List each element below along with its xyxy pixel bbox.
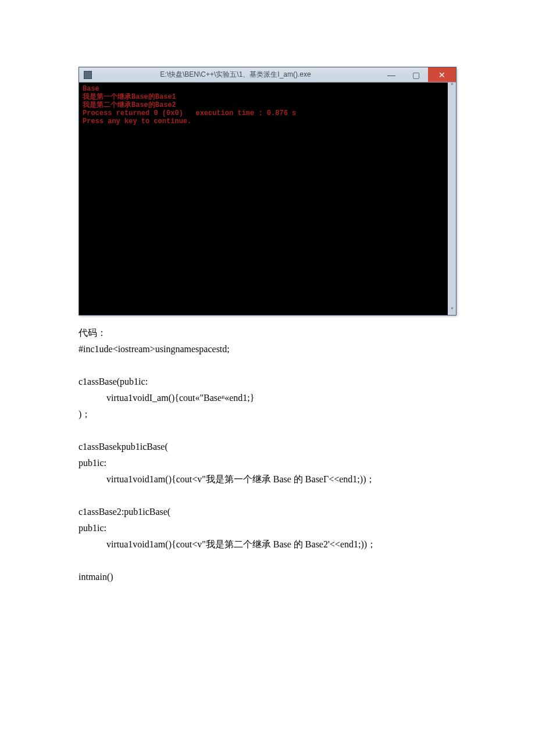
- window-icon: [84, 71, 92, 79]
- title-bar: E:\快盘\BEN\C++\实验五\1、基类派生I_am().exe — ▢ ✕: [79, 67, 456, 83]
- scrollbar[interactable]: ˄ ˅: [448, 83, 456, 315]
- code-line: pub1ic:: [79, 455, 456, 471]
- scroll-down-icon[interactable]: ˅: [448, 307, 456, 315]
- maximize-button[interactable]: ▢: [404, 67, 428, 82]
- code-line: virtua1void1am(){cout<v"我是第二个继承 Base 的 B…: [79, 536, 456, 553]
- minimize-button[interactable]: —: [379, 67, 404, 82]
- code-line: c1assBase2:pub1icBase(: [79, 504, 456, 520]
- window-controls: — ▢ ✕: [379, 67, 456, 82]
- console-line: 我是第二个继承Base的Base2: [83, 101, 452, 109]
- console-line: Press any key to continue.: [83, 117, 452, 126]
- code-line: intmain(): [79, 569, 456, 585]
- code-line: c1assBasekpub1icBase(: [79, 439, 456, 455]
- blank-line: [79, 422, 456, 439]
- scroll-up-icon[interactable]: ˄: [448, 83, 456, 91]
- code-label: 代码：: [79, 325, 456, 341]
- code-section: 代码： #inc1ude<iostream>usingnamespacestd;…: [79, 325, 456, 585]
- window-title: E:\快盘\BEN\C++\实验五\1、基类派生I_am().exe: [92, 70, 379, 80]
- console-window: E:\快盘\BEN\C++\实验五\1、基类派生I_am().exe — ▢ ✕…: [79, 67, 456, 316]
- close-button[interactable]: ✕: [428, 67, 456, 82]
- console-line: 我是第一个继承Base的Base1: [83, 93, 452, 101]
- document-page: E:\快盘\BEN\C++\实验五\1、基类派生I_am().exe — ▢ ✕…: [0, 0, 535, 643]
- blank-line: [79, 357, 456, 374]
- code-line: c1assBase(pub1ic:: [79, 374, 456, 390]
- console-line: Process returned 0 (0x0) execution time …: [83, 109, 452, 117]
- blank-line: [79, 488, 456, 504]
- code-line: virtua1voidI_am(){cout«"Baseⁿ«end1;}: [79, 390, 456, 406]
- code-line: #inc1ude<iostream>usingnamespacestd;: [79, 341, 456, 357]
- blank-line: [79, 553, 456, 569]
- console-line: Base: [83, 85, 452, 93]
- code-line: )；: [79, 406, 456, 422]
- code-line: pub1ic:: [79, 520, 456, 536]
- code-line: virtua1void1am(){cout<v"我是第一个继承 Base 的 B…: [79, 471, 456, 488]
- console-output: Base 我是第一个继承Base的Base1 我是第二个继承Base的Base2…: [79, 83, 456, 315]
